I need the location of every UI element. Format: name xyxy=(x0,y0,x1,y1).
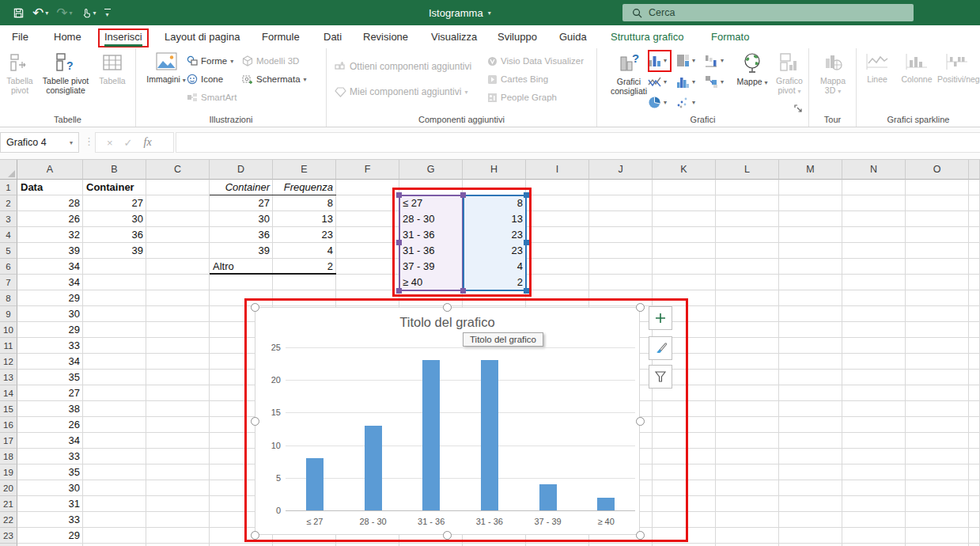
cell-E3[interactable]: 13 xyxy=(273,211,336,227)
row-header-6[interactable]: 6 xyxy=(0,259,17,275)
tab-layout-di-pagina[interactable]: Layout di pagina xyxy=(165,31,240,43)
row-header-20[interactable]: 20 xyxy=(0,480,17,496)
selection-handle[interactable] xyxy=(396,240,402,245)
column-header-L[interactable]: L xyxy=(716,160,779,180)
cell-A5[interactable]: 39 xyxy=(17,243,83,259)
cell-A21[interactable]: 31 xyxy=(17,496,83,512)
cell-A11[interactable]: 33 xyxy=(17,338,83,354)
cell-H3[interactable]: 13 xyxy=(463,211,526,227)
cell-G4[interactable]: 31 - 36 xyxy=(399,227,463,243)
cell-B4[interactable]: 36 xyxy=(83,227,146,243)
chart-resize-handle[interactable] xyxy=(636,417,645,426)
undo-button[interactable]: ↶▾ xyxy=(32,6,48,20)
document-title[interactable]: Istogramma ▾ xyxy=(429,0,491,25)
cell-A13[interactable]: 35 xyxy=(17,370,83,385)
tab-home[interactable]: Home xyxy=(54,31,81,43)
cell-A18[interactable]: 33 xyxy=(17,449,83,464)
chart-resize-handle[interactable] xyxy=(251,303,259,312)
cell-D2[interactable]: 27 xyxy=(210,195,273,211)
cell-A22[interactable]: 33 xyxy=(17,512,83,528)
chart-styles-button[interactable] xyxy=(649,336,672,360)
bar[interactable] xyxy=(306,458,324,510)
insert-histogram-chart-button[interactable]: ▾ xyxy=(676,72,705,91)
bar[interactable] xyxy=(422,360,440,510)
cell-D5[interactable]: 39 xyxy=(210,243,273,259)
cell-E5[interactable]: 4 xyxy=(273,243,336,259)
row-header-9[interactable]: 9 xyxy=(0,306,17,322)
column-header[interactable] xyxy=(969,160,980,180)
chart-resize-handle[interactable] xyxy=(443,303,452,312)
row-header-10[interactable]: 10 xyxy=(0,322,17,338)
bar[interactable] xyxy=(539,484,557,510)
chart-resize-handle[interactable] xyxy=(443,531,452,540)
row-header-18[interactable]: 18 xyxy=(0,449,17,464)
row-header-13[interactable]: 13 xyxy=(0,370,17,385)
chart-resize-handle[interactable] xyxy=(251,417,259,426)
cell-B5[interactable]: 39 xyxy=(83,243,146,259)
tab-dati[interactable]: Dati xyxy=(324,31,342,43)
cell-A19[interactable]: 35 xyxy=(17,464,83,480)
cell-G5[interactable]: 31 - 36 xyxy=(399,243,463,259)
cell-A15[interactable]: 38 xyxy=(17,401,83,417)
row-header-22[interactable]: 22 xyxy=(0,512,17,528)
row-header-3[interactable]: 3 xyxy=(0,211,17,227)
row-header-21[interactable]: 21 xyxy=(0,496,17,512)
cell-B3[interactable]: 30 xyxy=(83,211,146,227)
selection-handle[interactable] xyxy=(524,192,529,198)
selection-handle[interactable] xyxy=(524,240,529,245)
cell-A10[interactable]: 29 xyxy=(17,322,83,338)
search-input[interactable] xyxy=(649,7,870,18)
formula-input-area[interactable] xyxy=(176,132,980,153)
row-header-14[interactable]: 14 xyxy=(0,385,17,401)
column-header-O[interactable]: O xyxy=(906,160,969,180)
cell-B2[interactable]: 27 xyxy=(83,195,146,211)
cell-H4[interactable]: 23 xyxy=(463,227,526,243)
chart-elements-button[interactable] xyxy=(649,306,672,330)
row-header-12[interactable]: 12 xyxy=(0,354,17,370)
column-header-F[interactable]: F xyxy=(336,160,399,180)
cell-A6[interactable]: 34 xyxy=(17,259,83,275)
row-header-7[interactable]: 7 xyxy=(0,275,17,290)
row-header-17[interactable]: 17 xyxy=(0,433,17,449)
cell-E1[interactable]: Frequenza xyxy=(273,180,336,195)
insert-waterfall-chart-button[interactable]: ▾ xyxy=(705,51,733,70)
row-header-5[interactable]: 5 xyxy=(0,243,17,259)
insert-scatter-chart-button[interactable]: ▾ xyxy=(676,93,705,112)
insert-combo-chart-button[interactable]: ▾ xyxy=(705,72,733,91)
immagini-button[interactable]: Immagini ▾ xyxy=(144,51,188,85)
chart-resize-handle[interactable] xyxy=(636,303,645,312)
column-header-J[interactable]: J xyxy=(589,160,653,180)
cell-G7[interactable]: ≥ 40 xyxy=(399,275,463,290)
row-header-8[interactable]: 8 xyxy=(0,290,17,306)
row-header-19[interactable]: 19 xyxy=(0,464,17,480)
selection-handle[interactable] xyxy=(396,192,402,198)
select-all-corner[interactable] xyxy=(0,160,17,180)
cell-B1[interactable]: Container xyxy=(83,180,146,195)
cell-G3[interactable]: 28 - 30 xyxy=(399,211,463,227)
selection-handle[interactable] xyxy=(460,192,466,198)
cell-A4[interactable]: 32 xyxy=(17,227,83,243)
insert-column-chart-button[interactable]: ▾ xyxy=(648,51,676,70)
icone-button[interactable]: Icone xyxy=(187,70,223,88)
cell-D1[interactable]: Container xyxy=(210,180,273,195)
tab-sviluppo[interactable]: Sviluppo xyxy=(498,31,537,43)
tab-revisione[interactable]: Revisione xyxy=(363,31,408,43)
column-header-K[interactable]: K xyxy=(653,160,716,180)
tab-inserisci[interactable]: Inserisci xyxy=(98,28,149,47)
schermata-button[interactable]: Schermata ▾ xyxy=(242,70,307,88)
bar[interactable] xyxy=(365,426,382,510)
column-header-D[interactable]: D xyxy=(210,160,273,180)
cell-G6[interactable]: 37 - 39 xyxy=(399,259,463,275)
cell-H6[interactable]: 4 xyxy=(463,259,526,275)
chart-title[interactable]: Titolo del grafico xyxy=(255,315,639,330)
chart-filters-button[interactable] xyxy=(649,365,672,389)
cell-A17[interactable]: 34 xyxy=(17,433,83,449)
insert-hierarchy-chart-button[interactable]: ▾ xyxy=(676,51,705,70)
cell-A8[interactable]: 29 xyxy=(17,290,83,306)
row-header-4[interactable]: 4 xyxy=(0,227,17,243)
column-header-N[interactable]: N xyxy=(842,160,906,180)
cell-H2[interactable]: 8 xyxy=(463,195,526,211)
row-header-15[interactable]: 15 xyxy=(0,401,17,417)
cell-A9[interactable]: 30 xyxy=(17,306,83,322)
insert-line-chart-button[interactable]: ▾ xyxy=(648,72,676,91)
